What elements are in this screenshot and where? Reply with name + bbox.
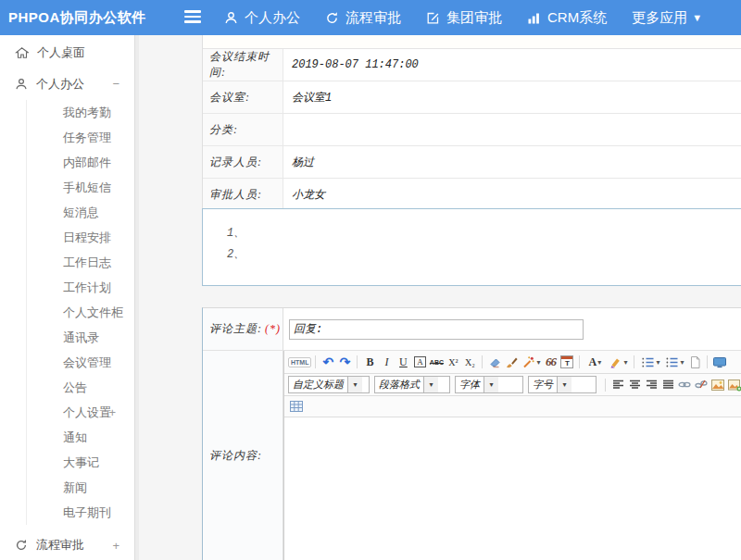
nav-label: CRM系统 (547, 9, 607, 27)
expand-icon[interactable]: + (108, 400, 116, 425)
person-icon (15, 78, 28, 91)
unlink-icon[interactable] (693, 377, 710, 393)
chevron-down-icon: ▾ (347, 377, 362, 392)
custom-heading-select[interactable]: 自定义标题▾ (288, 376, 370, 393)
required-mark: (*) (265, 322, 281, 336)
unordered-list-icon[interactable]: ▾ (662, 354, 686, 370)
sidebar-item-schedule[interactable]: 日程安排 (27, 225, 134, 250)
sidebar-item-label: 流程审批 (36, 537, 84, 554)
preview-screen-icon[interactable] (711, 354, 728, 370)
paragraph-format-select[interactable]: 段落格式▾ (374, 376, 450, 393)
table-row: 会议室:会议室1 (203, 81, 741, 114)
font-style-box-icon[interactable]: A (411, 354, 428, 370)
screenshot-icon[interactable] (726, 377, 741, 393)
sidebar-item-meeting-management[interactable]: 会议管理 (27, 350, 134, 375)
eraser-icon[interactable] (486, 354, 503, 370)
new-page-icon[interactable] (686, 354, 703, 370)
collapse-icon[interactable]: − (112, 77, 119, 91)
comment-subject-row: 评论主题: (*) (203, 308, 741, 351)
chevron-down-icon: ▾ (557, 377, 571, 392)
align-justify-icon[interactable] (659, 377, 676, 393)
sidebar-item-notifications[interactable]: 通知 (27, 425, 134, 450)
sidebar-item-label: 个人办公 (36, 76, 84, 93)
top-navigation-bar: PHPOA协同办公软件 个人办公 流程审批 集团审批 CRM系统 (0, 0, 741, 35)
paste-as-text-icon[interactable]: T (559, 354, 575, 370)
nav-group-approval[interactable]: 集团审批 (426, 9, 502, 27)
format-brush-icon[interactable] (503, 354, 520, 370)
strikethrough-icon[interactable]: ABC (428, 354, 445, 370)
superscript-icon[interactable]: X² (445, 354, 461, 370)
comment-content-editable-area[interactable] (284, 417, 741, 560)
nav-workflow-approval[interactable]: 流程审批 (325, 9, 401, 27)
font-family-select[interactable]: 字体▾ (455, 376, 523, 393)
magic-wand-icon[interactable]: ▾ (520, 354, 542, 370)
comment-table: 评论主题: (*) 评论内容: HTML ↶ ↷ B I U (202, 307, 741, 560)
underline-icon[interactable]: U (395, 354, 411, 370)
sidebar-item-announcements[interactable]: 公告 (27, 375, 134, 400)
sidebar-item-file-cabinet[interactable]: 个人文件柜 (27, 300, 134, 325)
html-source-button[interactable]: HTML (288, 354, 311, 370)
redo-icon[interactable]: ↷ (336, 354, 353, 370)
nav-label: 更多应用 (632, 9, 687, 27)
sidebar-item-workflow-approval[interactable]: 流程审批 + (0, 529, 134, 560)
align-right-icon[interactable] (643, 377, 659, 393)
sidebar-item-sms[interactable]: 手机短信 (27, 175, 134, 200)
sidebar-item-desktop[interactable]: 个人桌面 (0, 35, 134, 69)
sidebar-item-news[interactable]: 新闻 (27, 475, 134, 500)
cycle-icon (15, 539, 28, 552)
field-value: 会议室1 (283, 81, 741, 113)
table-row: 记录人员:杨过 (203, 146, 741, 179)
undo-icon[interactable]: ↶ (320, 354, 336, 370)
sidebar-item-attendance[interactable]: 我的考勤 (27, 100, 134, 125)
expand-icon[interactable]: + (112, 539, 119, 553)
bold-icon[interactable]: B (361, 354, 378, 370)
field-label: 会议室: (203, 81, 283, 113)
top-nav: 个人办公 流程审批 集团审批 CRM系统 更多应用 ▼ (224, 0, 702, 35)
sidebar-item-e-journal[interactable]: 电子期刊 (27, 500, 134, 525)
table-row: 分类: (203, 114, 741, 146)
highlight-color-icon[interactable]: ▾ (606, 354, 630, 370)
caret-down-icon: ▼ (692, 12, 702, 23)
sidebar-item-work-log[interactable]: 工作日志 (27, 250, 134, 275)
subscript-icon[interactable]: X₂ (461, 354, 478, 370)
nav-more-apps[interactable]: 更多应用 ▼ (632, 9, 702, 27)
sidebar: 个人桌面 个人办公 − 我的考勤 任务管理 内部邮件 手机短信 短消息 日程安排… (0, 35, 135, 560)
sidebar-item-internal-mail[interactable]: 内部邮件 (27, 150, 134, 175)
comment-subject-input[interactable] (289, 319, 584, 340)
sidebar-submenu: 我的考勤 任务管理 内部邮件 手机短信 短消息 日程安排 工作日志 工作计划 个… (26, 100, 134, 525)
field-value (283, 114, 741, 145)
sidebar-item-contacts[interactable]: 通讯录 (27, 325, 134, 350)
nav-label: 集团审批 (446, 9, 502, 27)
table-row: 会议结束时间:2019-08-07 11:47:00 (203, 49, 741, 81)
nav-label: 个人办公 (245, 9, 300, 27)
field-value: 杨过 (283, 146, 741, 178)
italic-icon[interactable]: I (378, 354, 395, 370)
sidebar-item-label: 个人桌面 (37, 44, 85, 61)
nav-crm-system[interactable]: CRM系统 (527, 9, 607, 27)
home-icon (15, 46, 29, 59)
font-size-select[interactable]: 字号▾ (528, 376, 597, 393)
editor-toolbar-row1: HTML ↶ ↷ B I U A ABC X² X₂ (284, 351, 741, 374)
field-value: 2019-08-07 11:47:00 (283, 49, 741, 81)
link-icon[interactable] (676, 377, 693, 393)
sidebar-item-personal-settings[interactable]: 个人设置+ (27, 400, 134, 425)
align-left-icon[interactable] (609, 377, 626, 393)
table-row-partial (203, 35, 741, 49)
ordered-list-icon[interactable]: ▾ (638, 354, 662, 370)
nav-personal-office[interactable]: 个人办公 (224, 9, 300, 27)
font-color-icon[interactable]: A▾ (584, 354, 606, 370)
insert-table-icon[interactable] (288, 398, 305, 415)
align-center-icon[interactable] (626, 377, 643, 393)
hamburger-menu-icon[interactable] (184, 10, 201, 25)
sidebar-item-milestones[interactable]: 大事记 (27, 450, 134, 475)
sidebar-item-short-message[interactable]: 短消息 (27, 200, 134, 225)
field-label: 审批人员: (203, 179, 283, 210)
sidebar-item-personal-office[interactable]: 个人办公 − (0, 69, 134, 98)
sidebar-item-tasks[interactable]: 任务管理 (27, 125, 134, 150)
sidebar-item-work-plan[interactable]: 工作计划 (27, 275, 134, 300)
rich-text-editor: HTML ↶ ↷ B I U A ABC X² X₂ (283, 351, 741, 560)
blockquote-icon[interactable]: 66 (542, 354, 559, 370)
edit-icon (426, 11, 440, 25)
meeting-minutes-box: 1、 2、 (202, 208, 741, 286)
insert-image-icon[interactable] (710, 377, 726, 393)
